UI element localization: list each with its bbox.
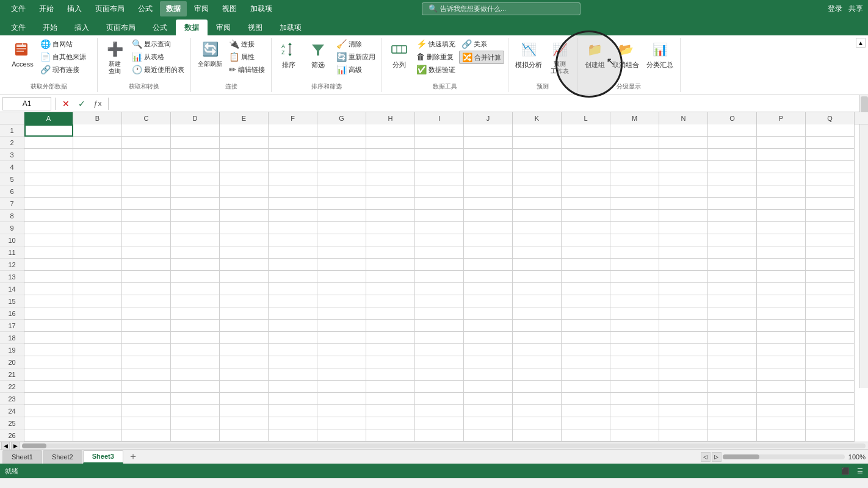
cell-G13[interactable] <box>317 271 366 283</box>
vertical-scrollbar[interactable] <box>859 95 868 388</box>
cell-I7[interactable] <box>415 198 464 210</box>
cell-I11[interactable] <box>415 246 464 259</box>
share-button[interactable]: 共享 <box>848 4 863 14</box>
cell-A8[interactable] <box>24 210 73 222</box>
cell-A16[interactable] <box>24 307 73 320</box>
cell-E23[interactable] <box>220 393 269 405</box>
cell-H24[interactable] <box>366 405 415 417</box>
cell-A19[interactable] <box>24 344 73 356</box>
cell-L4[interactable] <box>562 161 610 173</box>
cell-I26[interactable] <box>415 429 464 442</box>
cell-K6[interactable] <box>513 185 562 198</box>
cell-Q3[interactable] <box>806 149 855 161</box>
cell-K9[interactable] <box>513 222 562 234</box>
cell-K25[interactable] <box>513 417 562 429</box>
cell-C7[interactable] <box>122 198 171 210</box>
confirm-formula-button[interactable]: ✓ <box>75 97 89 110</box>
grid-cells[interactable] <box>24 124 868 442</box>
cell-D4[interactable] <box>171 161 220 173</box>
cell-J17[interactable] <box>464 320 513 332</box>
cell-C5[interactable] <box>122 173 171 185</box>
cell-F22[interactable] <box>269 381 317 393</box>
cell-K4[interactable] <box>513 161 562 173</box>
cell-J10[interactable] <box>464 234 513 246</box>
cell-B5[interactable] <box>73 173 122 185</box>
cell-N24[interactable] <box>659 405 708 417</box>
flash-fill-button[interactable]: ⚡ 快速填充 <box>414 38 458 50</box>
cell-C24[interactable] <box>122 405 171 417</box>
cell-H21[interactable] <box>366 368 415 381</box>
cell-B13[interactable] <box>73 271 122 283</box>
cell-H22[interactable] <box>366 381 415 393</box>
cell-I8[interactable] <box>415 210 464 222</box>
cell-N18[interactable] <box>659 332 708 344</box>
formula-input[interactable] <box>112 97 866 110</box>
cell-L11[interactable] <box>562 246 610 259</box>
cell-A10[interactable] <box>24 234 73 246</box>
cell-P2[interactable] <box>757 137 806 149</box>
cell-N2[interactable] <box>659 137 708 149</box>
cell-D5[interactable] <box>171 173 220 185</box>
cell-A23[interactable] <box>24 393 73 405</box>
cell-A7[interactable] <box>24 198 73 210</box>
cell-J4[interactable] <box>464 161 513 173</box>
what-if-button[interactable]: 📉 模拟分析 <box>512 38 545 71</box>
tab-home[interactable]: 开始 <box>34 20 66 35</box>
cell-C20[interactable] <box>122 356 171 368</box>
cell-L22[interactable] <box>562 381 610 393</box>
cell-D19[interactable] <box>171 344 220 356</box>
cell-M11[interactable] <box>610 246 659 259</box>
cell-F9[interactable] <box>269 222 317 234</box>
cell-Q5[interactable] <box>806 173 855 185</box>
cell-C23[interactable] <box>122 393 171 405</box>
cell-A12[interactable] <box>24 259 73 271</box>
cell-M22[interactable] <box>610 381 659 393</box>
cell-G23[interactable] <box>317 393 366 405</box>
cell-B26[interactable] <box>73 429 122 442</box>
cell-K16[interactable] <box>513 307 562 320</box>
cell-N16[interactable] <box>659 307 708 320</box>
cell-O20[interactable] <box>708 356 757 368</box>
cell-B23[interactable] <box>73 393 122 405</box>
cell-B2[interactable] <box>73 137 122 149</box>
cell-E18[interactable] <box>220 332 269 344</box>
cell-I19[interactable] <box>415 344 464 356</box>
menu-item-file[interactable]: 文件 <box>5 1 32 16</box>
cell-N19[interactable] <box>659 344 708 356</box>
cell-Q7[interactable] <box>806 198 855 210</box>
cell-Q10[interactable] <box>806 234 855 246</box>
cell-A17[interactable] <box>24 320 73 332</box>
cell-K17[interactable] <box>513 320 562 332</box>
tab-insert[interactable]: 插入 <box>66 20 98 35</box>
cell-E10[interactable] <box>220 234 269 246</box>
cell-L18[interactable] <box>562 332 610 344</box>
cell-M16[interactable] <box>610 307 659 320</box>
cell-E4[interactable] <box>220 161 269 173</box>
cell-A15[interactable] <box>24 295 73 307</box>
cell-K22[interactable] <box>513 381 562 393</box>
cell-N17[interactable] <box>659 320 708 332</box>
cell-E17[interactable] <box>220 320 269 332</box>
cell-M25[interactable] <box>610 417 659 429</box>
cell-K11[interactable] <box>513 246 562 259</box>
cell-F1[interactable] <box>269 124 317 137</box>
cell-M3[interactable] <box>610 149 659 161</box>
cell-D11[interactable] <box>171 246 220 259</box>
cell-Q25[interactable] <box>806 417 855 429</box>
cell-D10[interactable] <box>171 234 220 246</box>
cell-H11[interactable] <box>366 246 415 259</box>
cell-O21[interactable] <box>708 368 757 381</box>
cell-O10[interactable] <box>708 234 757 246</box>
cell-M17[interactable] <box>610 320 659 332</box>
cell-L12[interactable] <box>562 259 610 271</box>
cell-I15[interactable] <box>415 295 464 307</box>
cell-N15[interactable] <box>659 295 708 307</box>
cell-I4[interactable] <box>415 161 464 173</box>
col-header-H[interactable]: H <box>366 112 415 124</box>
cell-C12[interactable] <box>122 259 171 271</box>
cell-K3[interactable] <box>513 149 562 161</box>
props-button[interactable]: 📋 属性 <box>226 51 267 63</box>
cell-I16[interactable] <box>415 307 464 320</box>
cell-L8[interactable] <box>562 210 610 222</box>
sheet-scroll-left[interactable]: ◁ <box>701 452 711 462</box>
